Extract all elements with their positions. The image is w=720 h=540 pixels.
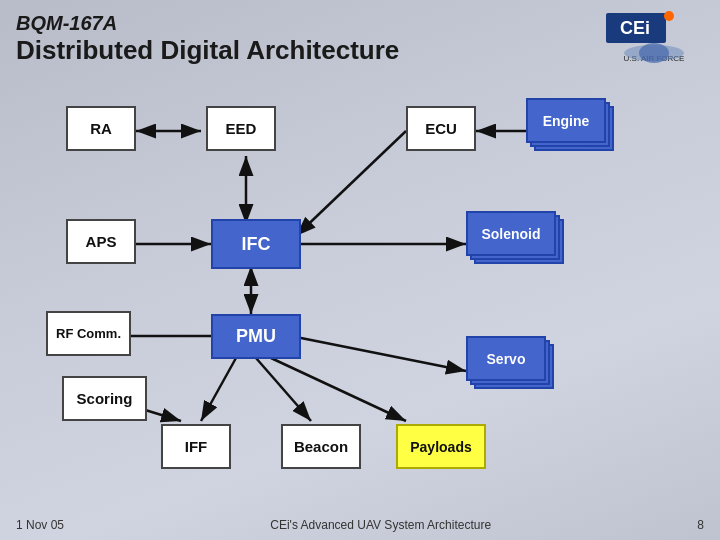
model-title: BQM-167A bbox=[16, 12, 704, 35]
svg-line-19 bbox=[256, 358, 311, 421]
diagram: RA EED ECU Engine APS IFC bbox=[16, 76, 704, 496]
logo: CEi U.S. AIR FORCE bbox=[604, 10, 704, 80]
svg-text:CEi: CEi bbox=[620, 18, 650, 38]
subtitle: Distributed Digital Architecture bbox=[16, 35, 704, 66]
svg-point-2 bbox=[664, 11, 674, 21]
svg-line-20 bbox=[271, 358, 406, 421]
eed-box: EED bbox=[206, 106, 276, 151]
cei-logo-svg: CEi U.S. AIR FORCE bbox=[604, 11, 704, 79]
footer: 1 Nov 05 CEi's Advanced UAV System Archi… bbox=[0, 518, 720, 532]
ra-box: RA bbox=[66, 106, 136, 151]
beacon-box: Beacon bbox=[281, 424, 361, 469]
aps-box: APS bbox=[66, 219, 136, 264]
scoring-box: Scoring bbox=[62, 376, 147, 421]
footer-date: 1 Nov 05 bbox=[16, 518, 64, 532]
iff-box: IFF bbox=[161, 424, 231, 469]
svg-line-18 bbox=[201, 358, 236, 421]
svg-point-5 bbox=[639, 43, 669, 63]
footer-page: 8 bbox=[697, 518, 704, 532]
svg-line-16 bbox=[291, 336, 466, 371]
pmu-box: PMU bbox=[211, 314, 301, 359]
footer-caption: CEi's Advanced UAV System Architecture bbox=[270, 518, 491, 532]
payloads-box: Payloads bbox=[396, 424, 486, 469]
rf-comm-box: RF Comm. bbox=[46, 311, 131, 356]
ifc-box: IFC bbox=[211, 219, 301, 269]
svg-line-11 bbox=[296, 131, 406, 236]
page: BQM-167A Distributed Digital Architectur… bbox=[0, 0, 720, 540]
ecu-box: ECU bbox=[406, 106, 476, 151]
title-area: BQM-167A Distributed Digital Architectur… bbox=[16, 12, 704, 66]
